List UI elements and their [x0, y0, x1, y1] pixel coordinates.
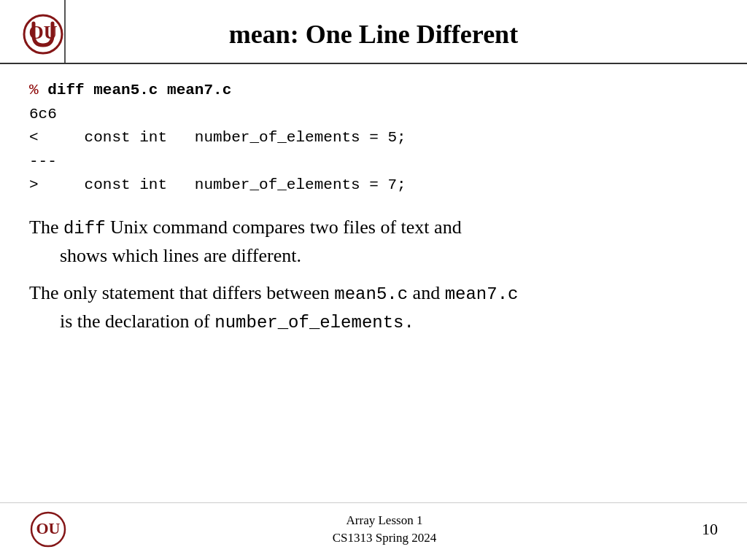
footer-lesson: Array Lesson 1	[333, 512, 437, 529]
svg-text:OU: OU	[36, 519, 61, 537]
paragraph-1: The diff Unix command compares two files…	[29, 214, 718, 269]
footer-center: Array Lesson 1 CS1313 Spring 2024	[333, 512, 437, 547]
slide: OU mean: One Line Different % diff mean5…	[0, 0, 747, 560]
slide-title: mean: One Line Different	[79, 19, 725, 50]
p2-mono-mean5: mean5.c	[334, 284, 408, 304]
code-line-1: % diff mean5.c mean7.c	[29, 79, 718, 103]
p1-text-start: The	[29, 217, 63, 238]
command: diff mean5.c mean7.c	[47, 82, 231, 98]
ou-logo-header: OU	[22, 13, 64, 55]
p2-text-middle: and	[408, 282, 445, 303]
prompt: %	[29, 82, 39, 98]
header: OU mean: One Line Different	[0, 0, 747, 64]
footer-course: CS1313 Spring 2024	[333, 529, 437, 547]
p1-indent: shows which lines are different.	[29, 242, 718, 270]
p1-mono-diff: diff	[63, 219, 106, 238]
p2-indent: is the declaration of number_of_elements…	[29, 308, 718, 336]
svg-text:OU: OU	[29, 22, 58, 43]
footer: OU Array Lesson 1 CS1313 Spring 2024 10	[0, 502, 747, 560]
logo-vertical-line	[64, 0, 66, 63]
code-block: % diff mean5.c mean7.c 6c6 < const int n…	[29, 79, 718, 198]
main-content: % diff mean5.c mean7.c 6c6 < const int n…	[0, 64, 747, 502]
p1-text-end: Unix command compares two files of text …	[106, 217, 462, 238]
p2-mono-num-elements: number_of_elements.	[214, 313, 414, 332]
code-line-2: 6c6	[29, 103, 718, 127]
p2-mono-mean7: mean7.c	[445, 284, 519, 304]
p2-text-start: The only statement that differs between	[29, 282, 334, 303]
code-line-4: ---	[29, 150, 718, 174]
code-line-3: < const int number_of_elements = 5;	[29, 126, 718, 150]
ou-logo-footer: OU	[29, 510, 67, 548]
paragraph-2: The only statement that differs between …	[29, 279, 718, 336]
footer-page-number: 10	[702, 520, 718, 539]
code-line-5: > const int number_of_elements = 7;	[29, 174, 718, 198]
